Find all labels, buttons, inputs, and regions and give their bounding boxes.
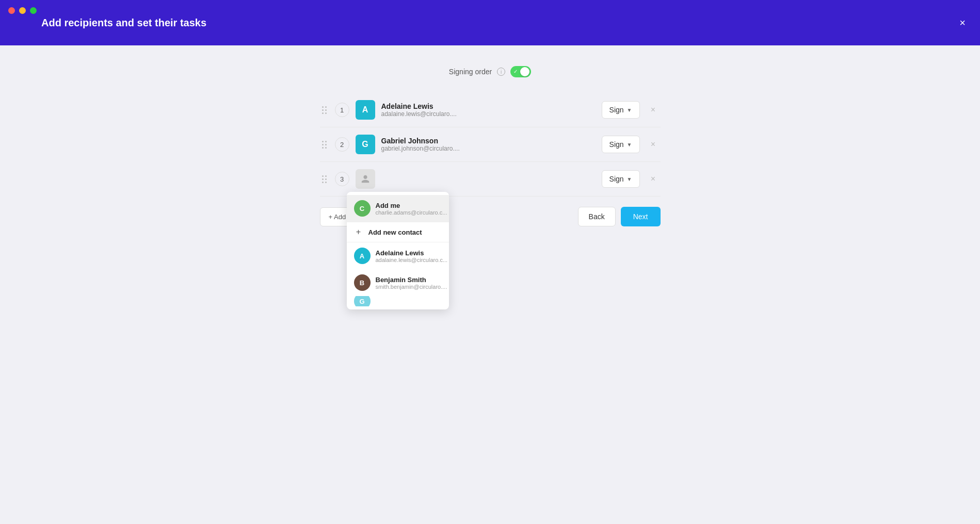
avatar: G: [356, 135, 375, 154]
signing-order-info-icon[interactable]: i: [497, 68, 505, 76]
close-window-button[interactable]: [8, 7, 15, 14]
minimize-window-button[interactable]: [19, 7, 26, 14]
avatar: A: [356, 100, 375, 120]
recipient-email: adalaine.lewis@circularo....: [381, 110, 596, 118]
avatar-placeholder: [356, 169, 375, 189]
recipient-name: Adelaine Lewis: [381, 102, 596, 110]
dropdown-item-adelaine[interactable]: A Adelaine Lewis adalaine.lewis@circular…: [347, 242, 449, 269]
main-content: Signing order i ✓ 1 A Adelaine Lewis ada…: [0, 45, 980, 247]
recipient-email: gabriel.johnson@circularo....: [381, 145, 596, 152]
titlebar-close-button[interactable]: ×: [959, 17, 966, 29]
contact-dropdown: C Add me charlie.adams@circularo.c... + …: [347, 192, 449, 309]
signing-order-row: Signing order i ✓: [449, 66, 531, 77]
dropdown-avatar: B: [354, 274, 371, 291]
next-button[interactable]: Next: [621, 207, 661, 226]
remove-recipient-button[interactable]: ×: [646, 103, 661, 117]
dropdown-avatar: A: [354, 248, 371, 264]
page-title: Add recipients and set their tasks: [41, 17, 206, 29]
recipient-name: Gabriel Johnson: [381, 137, 596, 145]
back-button[interactable]: Back: [578, 207, 616, 226]
dropdown-info: Adelaine Lewis adalaine.lewis@circularo.…: [376, 249, 448, 263]
recipient-name-input[interactable]: [381, 175, 596, 183]
plus-icon: +: [354, 227, 363, 237]
order-number: 3: [335, 172, 349, 186]
window-controls: [8, 7, 37, 14]
dropdown-info: Benjamin Smith smith.benjamin@circularo.…: [376, 276, 447, 290]
drag-handle[interactable]: [320, 139, 329, 151]
remove-recipient-button[interactable]: ×: [646, 137, 661, 152]
recipient-row: 1 A Adelaine Lewis adalaine.lewis@circul…: [320, 93, 661, 127]
order-number: 2: [335, 137, 349, 152]
add-new-contact-label: Add new contact: [368, 228, 422, 236]
sign-label: Sign: [609, 140, 624, 149]
order-number: 1: [335, 103, 349, 117]
recipients-container: 1 A Adelaine Lewis adalaine.lewis@circul…: [320, 93, 661, 196]
dropdown-item-name: Adelaine Lewis: [376, 249, 448, 257]
remove-recipient-button[interactable]: ×: [646, 172, 661, 186]
signing-order-label: Signing order: [449, 68, 492, 76]
titlebar: Add recipients and set their tasks ×: [0, 0, 980, 45]
signing-order-toggle[interactable]: ✓: [510, 66, 531, 77]
drag-handle[interactable]: [320, 173, 329, 185]
chevron-down-icon: ▼: [627, 176, 632, 182]
dropdown-item-email: adalaine.lewis@circularo.c...: [376, 257, 448, 263]
dropdown-item-email: smith.benjamin@circularo....: [376, 284, 447, 290]
maximize-window-button[interactable]: [30, 7, 37, 14]
sign-action-button[interactable]: Sign ▼: [602, 136, 640, 153]
toggle-check-icon: ✓: [513, 69, 518, 74]
dropdown-item-email: charlie.adams@circularo.c...: [376, 209, 447, 216]
dropdown-item-name: Benjamin Smith: [376, 276, 447, 284]
dropdown-add-new-contact[interactable]: + Add new contact: [347, 222, 449, 242]
sign-action-button[interactable]: Sign ▼: [602, 170, 640, 188]
sign-label: Sign: [609, 175, 624, 183]
dropdown-avatar-partial: G: [354, 296, 371, 306]
recipient-info: Adelaine Lewis adalaine.lewis@circularo.…: [381, 102, 596, 118]
recipient-row: 2 G Gabriel Johnson gabriel.johnson@circ…: [320, 127, 661, 162]
nav-buttons: Back Next: [578, 207, 661, 226]
drag-handle[interactable]: [320, 104, 329, 116]
dropdown-partial-item: G: [347, 296, 449, 306]
chevron-down-icon: ▼: [627, 142, 632, 148]
sign-action-button[interactable]: Sign ▼: [602, 101, 640, 119]
chevron-down-icon: ▼: [627, 107, 632, 113]
recipient-info: Gabriel Johnson gabriel.johnson@circular…: [381, 137, 596, 152]
new-recipient-row: 3 Sign ▼ × C Add me charlie.adams@c: [320, 162, 661, 196]
sign-label: Sign: [609, 106, 624, 114]
dropdown-avatar: C: [354, 200, 371, 217]
dropdown-item-name: Add me: [376, 202, 447, 209]
dropdown-info: Add me charlie.adams@circularo.c...: [376, 202, 447, 216]
dropdown-item-add-me[interactable]: C Add me charlie.adams@circularo.c...: [347, 195, 449, 222]
dropdown-item-benjamin[interactable]: B Benjamin Smith smith.benjamin@circular…: [347, 269, 449, 296]
